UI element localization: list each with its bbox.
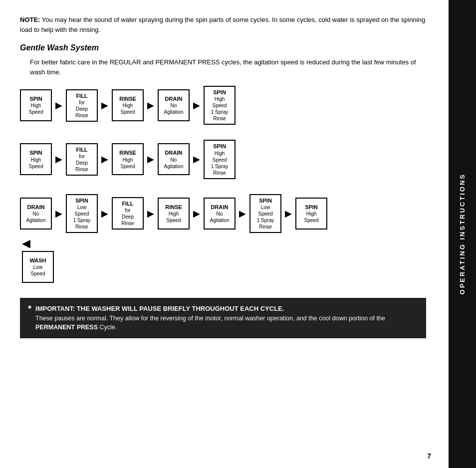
d3-block-rinse-high-speed: RINSE High Speed xyxy=(158,198,190,230)
d1-block-drain: DRAIN No Agitation xyxy=(158,89,190,121)
d3-block-wash-low-speed: WASH Low Speed xyxy=(22,251,54,283)
note-prefix: NOTE: xyxy=(20,16,40,23)
d3-arrow6 xyxy=(281,208,295,219)
back-arrow-row: ◀ xyxy=(22,237,30,250)
d3-arrow5 xyxy=(236,208,249,219)
d3-block-fill: FILL for Deep Rinse xyxy=(112,197,144,230)
diagram3-row1: DRAIN No Agitation SPIN Low Speed 1 Spra… xyxy=(20,194,426,233)
d2-arrow3 xyxy=(144,154,158,165)
diagram1: SPIN High Speed FILL for Deep Rinse RINS… xyxy=(20,86,426,125)
arrow1 xyxy=(52,100,66,111)
important-body: These pauses are normal. They allow for … xyxy=(35,315,385,331)
d1-block-spin-high-speed: SPIN High Speed xyxy=(20,89,52,121)
important-bold: IMPORTANT: THE WASHER WILL PAUSE BRIEFLY… xyxy=(35,305,284,312)
d3-block-drain: DRAIN No Agitation xyxy=(20,198,52,230)
d3-arrow3 xyxy=(144,208,158,219)
important-box: * IMPORTANT: THE WASHER WILL PAUSE BRIEF… xyxy=(20,298,426,338)
diagram3: DRAIN No Agitation SPIN Low Speed 1 Spra… xyxy=(20,194,426,283)
d2-arrow1 xyxy=(52,154,66,165)
gentle-wash-desc: For better fabric care in the REGULAR an… xyxy=(30,57,426,77)
arrow3 xyxy=(144,100,158,111)
d3-block-drain2: DRAIN No Agitation xyxy=(204,198,236,230)
d3-block-spin-low-speed-spray: SPIN Low Speed 1 Spray Rinse xyxy=(66,194,98,233)
d1-block-spin-high-speed-spray: SPIN High Speed 1 Spray Rinse xyxy=(204,86,236,125)
d2-block-spin-high-speed: SPIN High Speed xyxy=(20,143,52,175)
arrow4 xyxy=(190,100,204,111)
d1-block-rinse-high-speed: RINSE High Speed xyxy=(112,89,144,121)
diagram2: SPIN High Speed FILL for Deep Rinse RINS… xyxy=(20,140,426,179)
d3-block-spin-low-speed-spray2: SPIN Low Speed 1 Spray Rinse xyxy=(249,194,281,233)
d3-arrow1 xyxy=(52,208,66,219)
gentle-wash-title: Gentle Wash System xyxy=(20,43,426,52)
d2-block-drain: DRAIN No Agitation xyxy=(158,143,190,175)
d2-block-spin-high-speed-spray: SPIN High Speed 1 Spray Rinse xyxy=(204,140,236,179)
main-content: NOTE: You may hear the sound of water sp… xyxy=(20,15,436,338)
back-arrow-icon: ◀ xyxy=(22,237,30,250)
sidebar: OPERATING INSTRUCTIONS xyxy=(449,0,476,468)
important-text-block: IMPORTANT: THE WASHER WILL PAUSE BRIEFLY… xyxy=(35,304,418,332)
note-paragraph: NOTE: You may hear the sound of water sp… xyxy=(20,15,426,34)
important-star: * xyxy=(28,304,31,314)
note-body: You may hear the sound of water spraying… xyxy=(20,16,425,33)
d2-block-fill: FILL for Deep Rinse xyxy=(66,143,98,176)
d2-block-rinse-high-speed: RINSE High Speed xyxy=(112,143,144,175)
d3-arrow4 xyxy=(190,208,204,219)
arrow2 xyxy=(98,100,112,111)
diagram2-row: SPIN High Speed FILL for Deep Rinse RINS… xyxy=(20,140,426,179)
wash-back-section: ◀ WASH Low Speed xyxy=(22,237,426,283)
d2-arrow4 xyxy=(190,154,204,165)
page-number: 7 xyxy=(427,452,431,460)
diagram1-row: SPIN High Speed FILL for Deep Rinse RINS… xyxy=(20,86,426,125)
sidebar-label: OPERATING INSTRUCTIONS xyxy=(459,173,466,294)
d3-arrow2 xyxy=(98,208,112,219)
d2-arrow2 xyxy=(98,154,112,165)
d1-block-fill: FILL for Deep Rinse xyxy=(66,89,98,122)
d3-block-spin-high-speed: SPIN High Speed xyxy=(295,198,327,230)
